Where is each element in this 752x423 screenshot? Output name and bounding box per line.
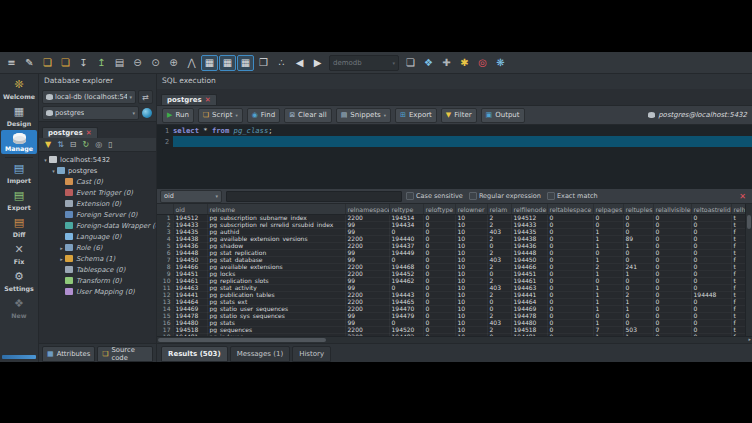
table-cell[interactable]: 403: [487, 285, 511, 292]
table-cell[interactable]: 194433: [511, 222, 547, 229]
table-cell[interactable]: 0: [653, 320, 691, 327]
editor-line[interactable]: 2: [157, 136, 752, 147]
column-header[interactable]: relpages: [593, 204, 623, 215]
table-cell[interactable]: 194452: [389, 271, 423, 278]
find-button[interactable]: ◉Find: [247, 108, 280, 123]
table-cell[interactable]: 2: [487, 236, 511, 243]
table-cell[interactable]: 0: [623, 320, 653, 327]
table-cell[interactable]: 0: [547, 327, 593, 334]
print-icon[interactable]: ▤: [111, 55, 128, 71]
table-cell[interactable]: 194520: [389, 327, 423, 334]
tab-source-code[interactable]: ❏Source code: [97, 346, 153, 362]
table-cell[interactable]: pg_authid: [207, 229, 345, 236]
table-cell[interactable]: 194470: [389, 306, 423, 313]
table-cell[interactable]: pg_statio_user_sequences: [207, 306, 345, 313]
driver-icon[interactable]: ✚: [438, 55, 455, 71]
table-cell[interactable]: 0: [487, 306, 511, 313]
table-cell[interactable]: 0: [691, 285, 731, 292]
table-cell[interactable]: 194461: [173, 278, 207, 285]
table-cell[interactable]: 0: [623, 250, 653, 257]
table-cell[interactable]: 0: [423, 215, 455, 222]
tab-attributes[interactable]: ▦Attributes: [42, 346, 95, 362]
tree-item[interactable]: ▾localhost:5432: [39, 154, 156, 165]
snippets-button[interactable]: ▤Snippets▾: [336, 108, 391, 123]
grid-select-icon[interactable]: ▦: [237, 55, 254, 71]
close-icon[interactable]: ✕: [86, 130, 92, 137]
table-cell[interactable]: 0: [593, 250, 623, 257]
table-cell[interactable]: 2200: [345, 243, 389, 250]
table-cell[interactable]: 0: [691, 313, 731, 320]
table-cell[interactable]: 0: [389, 285, 423, 292]
table-cell[interactable]: 0: [691, 327, 731, 334]
tree-expander-icon[interactable]: ▸: [58, 256, 65, 262]
back-icon[interactable]: ◀: [291, 55, 308, 71]
table-cell[interactable]: 99: [345, 320, 389, 327]
table-cell[interactable]: 194435: [511, 229, 547, 236]
tree-expander-icon[interactable]: ▾: [50, 168, 57, 174]
table-cell[interactable]: 0: [691, 299, 731, 306]
table-cell[interactable]: 10: [455, 264, 487, 271]
table-cell[interactable]: 0: [691, 243, 731, 250]
table-cell[interactable]: 0: [653, 292, 691, 299]
table-cell[interactable]: 0: [547, 257, 593, 264]
table-cell[interactable]: 2: [623, 292, 653, 299]
table-cell[interactable]: 0: [547, 306, 593, 313]
sidebar-item-fix[interactable]: ✕Fix: [1, 241, 37, 267]
table-cell[interactable]: 0: [423, 313, 455, 320]
filter-funnel-icon[interactable]: ▼: [45, 141, 51, 149]
table-cell[interactable]: 194450: [173, 257, 207, 264]
table-cell[interactable]: 1: [593, 299, 623, 306]
tree-item[interactable]: Cast (0): [39, 176, 156, 187]
grid-view-icon[interactable]: ▦: [201, 55, 218, 71]
table-cell[interactable]: 0: [423, 271, 455, 278]
filter-search-input[interactable]: [226, 191, 402, 202]
table-cell[interactable]: 403: [487, 257, 511, 264]
table-cell[interactable]: 0: [593, 278, 623, 285]
table-cell[interactable]: 0: [691, 306, 731, 313]
table-row[interactable]: 13194464pg_stats_ext22001944650100194464…: [157, 299, 752, 306]
table-cell[interactable]: pg_stat_database: [207, 257, 345, 264]
table-cell[interactable]: 194462: [389, 278, 423, 285]
table-cell[interactable]: 0: [547, 278, 593, 285]
table-cell[interactable]: 194466: [173, 264, 207, 271]
sidebar-item-import[interactable]: ▤Import: [1, 160, 37, 186]
table-cell[interactable]: 0: [423, 264, 455, 271]
table-cell[interactable]: pg_subscription_rel_srrelid_srsubid_inde…: [207, 222, 345, 229]
table-cell[interactable]: 1: [593, 271, 623, 278]
table-cell[interactable]: 0: [423, 299, 455, 306]
table-cell[interactable]: 0: [423, 327, 455, 334]
column-header[interactable]: relfilenode: [511, 204, 547, 215]
table-cell[interactable]: 241: [623, 264, 653, 271]
table-cell[interactable]: 194518: [173, 327, 207, 334]
editor-line[interactable]: 1select * from pg_class;: [157, 125, 752, 136]
table-cell[interactable]: pg_available_extension_versions: [207, 236, 345, 243]
table-cell[interactable]: 0: [547, 292, 593, 299]
table-cell[interactable]: 194436: [173, 243, 207, 250]
table-cell[interactable]: 1: [593, 285, 623, 292]
table-cell[interactable]: 99: [345, 222, 389, 229]
tree-item[interactable]: ▸Schema (1): [39, 253, 156, 264]
table-cell[interactable]: 0: [423, 250, 455, 257]
compass-tool-icon[interactable]: ⋀: [183, 55, 200, 71]
tree-item[interactable]: Language (0): [39, 231, 156, 242]
window-layout-icon[interactable]: ❐: [255, 55, 272, 71]
table-cell[interactable]: 0: [487, 271, 511, 278]
menu-icon[interactable]: ≡: [3, 55, 20, 71]
table-cell[interactable]: 0: [623, 229, 653, 236]
clear-all-button[interactable]: ⊠Clear all: [284, 108, 332, 123]
checkbox-icon[interactable]: [547, 192, 555, 200]
table-cell[interactable]: 0: [487, 299, 511, 306]
table-cell[interactable]: 0: [653, 271, 691, 278]
table-cell[interactable]: 0: [623, 222, 653, 229]
table-cell[interactable]: 194464: [511, 299, 547, 306]
table-cell[interactable]: 194441: [511, 292, 547, 299]
table-cell[interactable]: 0: [389, 257, 423, 264]
table-row[interactable]: 14194469pg_statio_user_sequences22001944…: [157, 306, 752, 313]
table-cell[interactable]: 0: [653, 299, 691, 306]
table-cell[interactable]: pg_locks: [207, 271, 345, 278]
table-cell[interactable]: 2200: [345, 236, 389, 243]
table-cell[interactable]: 10: [455, 222, 487, 229]
commit-icon[interactable]: ⊖: [129, 55, 146, 71]
explorer-tab-postgres[interactable]: postgres ✕: [42, 127, 98, 138]
table-cell[interactable]: 0: [423, 222, 455, 229]
